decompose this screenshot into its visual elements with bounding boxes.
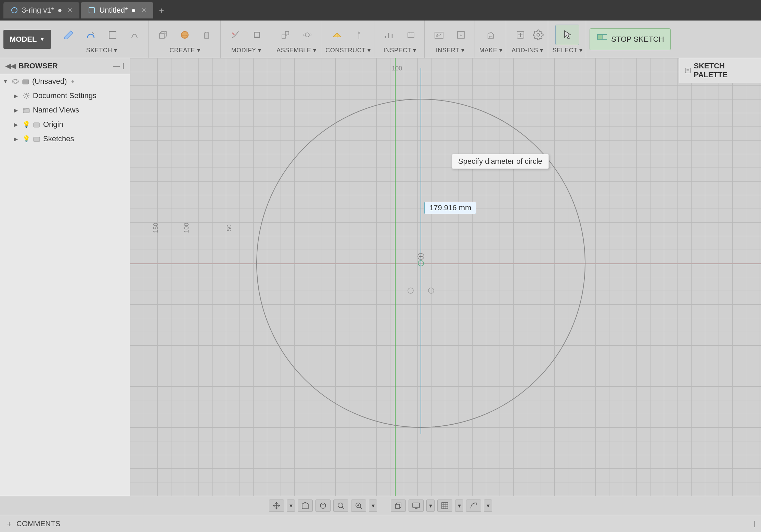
browser-item-origin[interactable]: ▶ 💡 Origin (0, 117, 130, 132)
svg-rect-32 (34, 123, 40, 127)
nav-zoom-dropdown-btn[interactable]: ▾ (369, 500, 377, 512)
model-button[interactable]: MODEL ▼ (3, 30, 51, 49)
tab-untitled-close[interactable]: ✕ (141, 6, 146, 14)
grid-btn[interactable] (437, 500, 452, 512)
nav-orbit-btn[interactable] (315, 500, 331, 512)
construct-btn-2[interactable] (349, 25, 369, 45)
modify-btn-1[interactable] (225, 25, 245, 45)
construct-btn-1[interactable] (327, 25, 347, 45)
diameter-input[interactable]: 179.916 mm (424, 202, 476, 214)
svg-point-23 (537, 34, 540, 36)
svg-rect-55 (413, 503, 420, 508)
tab-3ring-close[interactable]: ✕ (67, 6, 73, 14)
sketch-btn-1[interactable] (59, 25, 79, 45)
svg-point-27 (14, 80, 17, 83)
modify-btn-2[interactable] (247, 25, 267, 45)
make-btn-1[interactable] (480, 25, 501, 45)
toolbar-section-sketch: SKETCH ▾ (55, 21, 149, 58)
browser-item-docsettings[interactable]: ▶ Document Settings (0, 89, 130, 103)
origin-label: Origin (43, 120, 63, 129)
browser-item-sketches[interactable]: ▶ 💡 Sketches (0, 132, 130, 146)
display-dropdown-btn[interactable]: ▾ (426, 500, 435, 512)
inspect-btn-2[interactable] (400, 25, 421, 45)
browser-item-namedviews[interactable]: ▶ Named Views (0, 103, 130, 117)
tab-untitled[interactable]: Untitled* ● ✕ (81, 2, 153, 18)
bottom-toolbar: ▾ ▾ ▾ ▾ ▾ (0, 496, 761, 515)
arrow-namedviews: ▶ (14, 107, 20, 114)
grid-dropdown-btn[interactable]: ▾ (455, 500, 463, 512)
insert-btn-2[interactable] (451, 25, 471, 45)
svg-point-47 (338, 503, 343, 508)
namedviews-label: Named Views (33, 106, 79, 115)
toolbar-section-select: SELECT ▾ (549, 21, 586, 58)
new-tab-button[interactable]: ＋ (157, 5, 166, 16)
select-btn-1[interactable] (555, 25, 579, 45)
canvas-grid (130, 58, 761, 496)
ruler-50: 50 (226, 225, 233, 231)
stop-sketch-label: STOP SKETCH (611, 35, 664, 44)
light-icon-origin: 💡 (23, 121, 30, 128)
arrow-origin: ▶ (14, 121, 20, 128)
assemble-btn-1[interactable] (275, 25, 296, 45)
browser-item-unsaved[interactable]: ▼ (Unsaved) ● (0, 74, 130, 89)
modify-section-label: MODIFY ▾ (231, 46, 261, 54)
nav-dropdown-btn[interactable]: ▾ (287, 500, 295, 512)
sketch-palette-title: SKETCH PALETTE (694, 62, 756, 79)
canvas[interactable]: 150 100 50 100 179.916 mm Specify diamet… (130, 58, 761, 496)
model-dropdown-arrow: ▼ (39, 36, 45, 42)
toolbar-icons-sketch (59, 25, 145, 45)
svg-rect-3 (159, 34, 164, 38)
browser-pin-icon[interactable]: | (122, 62, 124, 70)
browser-collapse-icon[interactable]: — (113, 62, 120, 70)
svg-point-20 (436, 35, 438, 37)
browser-header: ◀◀ BROWSER — | (0, 58, 130, 74)
svg-point-28 (12, 79, 18, 83)
create-btn-2[interactable] (175, 25, 195, 45)
inspect-btn-1[interactable] (378, 25, 399, 45)
select-section-label: SELECT ▾ (552, 46, 582, 54)
light-icon-sketches: 💡 (23, 135, 30, 143)
create-btn-1[interactable] (153, 25, 173, 45)
toolbar-section-addins: ADD-INS ▾ (507, 21, 548, 58)
stop-sketch-button[interactable]: STOP SKETCH (590, 28, 670, 50)
diameter-value: 179.916 mm (429, 203, 471, 212)
folder-icon-origin (33, 121, 40, 128)
ruler-100-left: 100 (183, 223, 190, 233)
display-btn[interactable] (409, 500, 424, 512)
comments-collapse-icon[interactable]: | (754, 520, 756, 528)
toolbar-section-create: CREATE ▾ (149, 21, 221, 58)
nav-zoom-in-btn[interactable] (351, 500, 366, 512)
svg-point-46 (320, 503, 326, 508)
ruler-150: 150 (152, 223, 159, 233)
sketch-btn-4[interactable] (124, 25, 145, 45)
tab-3ring[interactable]: 3-ring v1* ● ✕ (3, 2, 79, 18)
toolbar-section-make: MAKE ▾ (476, 21, 506, 58)
sketch-btn-3[interactable] (102, 25, 123, 45)
insert-btn-1[interactable] (429, 25, 449, 45)
browser-back-icon[interactable]: ◀◀ (5, 62, 16, 70)
sketch-btn-2[interactable] (80, 25, 101, 45)
folder-icon-sketches (33, 135, 40, 143)
svg-rect-57 (442, 503, 448, 509)
svg-rect-31 (23, 108, 29, 113)
create-btn-3[interactable] (196, 25, 217, 45)
assemble-btn-2[interactable] (297, 25, 318, 45)
nav-zoom-fit-btn[interactable] (333, 500, 348, 512)
svg-rect-53 (396, 504, 400, 508)
addins-settings[interactable] (532, 29, 544, 41)
comments-bar: ＋ COMMENTS | (0, 515, 761, 532)
nav-move-btn[interactable] (269, 500, 284, 512)
svg-point-12 (309, 34, 311, 36)
svg-point-30 (25, 94, 28, 97)
orbit-dropdown-btn[interactable]: ▾ (484, 500, 492, 512)
svg-rect-7 (255, 33, 259, 37)
orbit-options-btn[interactable] (466, 500, 481, 512)
svg-rect-8 (282, 35, 285, 38)
toolbar-section-construct: CONSTRUCT ▾ (322, 21, 374, 58)
toolbar-section-insert: INSERT ▾ (425, 21, 475, 58)
view-cube-btn[interactable] (391, 500, 406, 512)
comments-label: COMMENTS (16, 519, 60, 528)
addins-btn-1[interactable] (510, 25, 531, 45)
nav-home-btn[interactable] (298, 500, 313, 512)
comments-add-icon[interactable]: ＋ (5, 519, 13, 529)
